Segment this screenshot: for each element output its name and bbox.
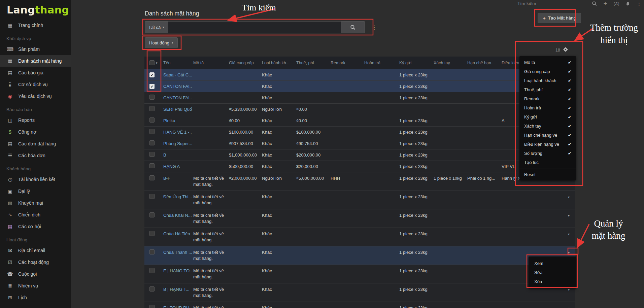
table-column-header[interactable]: Xách tay (432, 61, 466, 65)
table-row[interactable]: ✔ E | TOUR PH... Mô tả chi tiết về mặt h… (144, 302, 575, 308)
table-row[interactable]: ✔ SERI Phú Quốc ₫5,330,000.00 Người lớn … (144, 104, 575, 115)
search-icon[interactable] (592, 1, 597, 6)
sidebar-item[interactable]: ☎ Cuộc gọi (0, 268, 71, 280)
cell-name[interactable]: Sapa - Cát C... (162, 72, 192, 78)
row-checkbox[interactable]: ✔ (149, 129, 155, 134)
table-row[interactable]: ✔ B-F Mô tả chi tiết về mặt hàng. ₫2,000… (144, 172, 575, 191)
cell-name[interactable]: CANTON FAI... (162, 83, 192, 90)
table-row[interactable]: ✔ CANTON FAI... Khác 1 piece x 23kg ▾ (144, 81, 575, 92)
row-actions-caret-icon[interactable]: ▾ (568, 232, 570, 236)
sidebar-item[interactable]: ▧ Khuyến mại (0, 197, 71, 209)
column-menu-reset[interactable]: Reset (519, 169, 576, 179)
select-all-checkbox[interactable]: ✔ (149, 60, 155, 65)
sidebar-item[interactable]: ⊞ Lịch (0, 292, 71, 303)
row-checkbox[interactable]: ✔ (149, 268, 155, 273)
table-row[interactable]: ✔ Đền Ứng Thi... Mô tả chi tiết về mặt h… (144, 191, 575, 209)
row-checkbox[interactable]: ✔ (149, 194, 155, 199)
sidebar-item[interactable]: Khối dịch vụ (0, 31, 71, 43)
column-menu-item[interactable]: Hoàn trả ✔ (519, 103, 576, 112)
table-column-header[interactable]: Giá cung cấp (228, 61, 261, 65)
cell-name[interactable]: Pleiku (162, 118, 192, 124)
column-menu-item[interactable]: Ký gửi ✔ (519, 112, 576, 122)
table-row[interactable]: ✔ Chùa Thanh ... Mô tả chi tiết về mặt h… (144, 246, 575, 265)
cell-name[interactable]: HẠNG A (162, 164, 192, 170)
sidebar-item[interactable]: ☰ Các hóa đơn (0, 149, 71, 161)
search-scope-dropdown[interactable]: Tất cả ▾ (145, 21, 168, 33)
row-checkbox[interactable]: ✔ (149, 106, 155, 111)
row-checkbox[interactable]: ✔ (149, 140, 155, 145)
sidebar-item[interactable]: ⌨ Sản phẩm (0, 43, 71, 55)
sidebar-item[interactable]: ◷ Tài khoản liên kết (0, 173, 71, 185)
sidebar-item[interactable]: ▦ Trang chính (0, 19, 71, 31)
column-menu-item[interactable]: Loại hành khách ✔ (519, 76, 576, 85)
column-menu-item[interactable]: Số lượng ✔ (519, 149, 576, 158)
sidebar-item[interactable]: ▦ Danh sách mặt hàng (0, 55, 71, 67)
actions-dropdown[interactable]: Hoạt động ▾ (145, 37, 178, 48)
cell-name[interactable]: Đền Ứng Thi... (162, 191, 192, 200)
app-logo[interactable]: Langthang (0, 0, 71, 18)
column-menu-item[interactable]: Điều kiện hạng vé ✔ (519, 140, 576, 149)
cell-name[interactable]: SERI Phú Quốc (162, 106, 192, 112)
table-row[interactable]: ✔ E | HẠNG TO... Mô tả chi tiết về mặt h… (144, 265, 575, 283)
sidebar-item[interactable]: ∿ Chiến dịch (0, 209, 71, 220)
column-menu-item[interactable]: Xách tay ✔ (519, 122, 576, 131)
table-row[interactable]: ✔ HẠNG A $500,000.00 Khác $20,000.00 1 p… (144, 161, 575, 172)
cell-name[interactable]: E | HẠNG TO... (162, 265, 192, 274)
table-column-header[interactable]: Tên (162, 61, 192, 65)
table-column-header[interactable]: Loại hành kh... (261, 61, 295, 65)
gear-icon[interactable] (563, 47, 568, 53)
table-row[interactable]: ✔ HẠNG VÉ 1 - ... $100,000.00 Khác $100,… (144, 127, 575, 138)
table-column-header[interactable]: Remark (329, 61, 363, 65)
table-row[interactable]: ✔ B | HẠNG T... Mô tả chi tiết về mặt hà… (144, 283, 575, 302)
sidebar-item[interactable]: ⣿ Cơ sở dịch vụ (0, 78, 71, 90)
cell-name[interactable]: B (162, 152, 192, 158)
sidebar-item[interactable]: ▣ Đại lý (0, 185, 71, 197)
row-checkbox[interactable]: ✔ (149, 84, 155, 89)
sidebar-item[interactable]: Báo cáo bán (0, 102, 71, 114)
table-column-header[interactable]: Ký gửi (398, 61, 432, 65)
cell-name[interactable]: Chùa Thanh ... (162, 246, 192, 255)
table-row[interactable]: ✔ Chùa Khai N... Mô tả chi tiết về mặt h… (144, 209, 575, 228)
global-search[interactable]: Tìm kiếm (517, 1, 536, 6)
row-checkbox[interactable]: ✔ (149, 286, 155, 292)
row-checkbox[interactable]: ✔ (149, 249, 155, 254)
sidebar-item[interactable]: ◫ Reports (0, 114, 71, 126)
sidebar-item[interactable]: Hoạt động (0, 232, 71, 244)
table-row[interactable]: ✔ Phòng Super... ₫907,534.00 Khác ₫90,75… (144, 138, 575, 149)
sidebar-item[interactable]: ▤ Các báo giá (0, 67, 71, 78)
column-menu-item[interactable]: Thuế, phí ✔ (519, 85, 576, 94)
kebab-icon[interactable]: ⋮ (637, 1, 642, 7)
row-actions-caret-icon[interactable]: ▾ (568, 251, 570, 254)
search-input[interactable] (168, 21, 341, 33)
row-actions-menu-item[interactable]: Xóa (529, 277, 576, 286)
row-actions-caret-icon[interactable]: ▾ (568, 214, 570, 217)
row-actions-caret-icon[interactable]: ▾ (568, 195, 570, 199)
table-row[interactable]: ✔ Pleiku ₫0.00 Khác ₫0.00 1 piece x 23kg… (144, 115, 575, 127)
column-menu-item[interactable]: Remark ✔ (519, 94, 576, 103)
sidebar-item[interactable]: $ Công nợ (0, 126, 71, 138)
row-actions-caret-icon[interactable]: ▾ (568, 306, 570, 308)
row-checkbox[interactable]: ✔ (149, 212, 155, 217)
row-checkbox[interactable]: ✔ (149, 163, 155, 168)
bell-icon[interactable] (625, 1, 630, 6)
row-checkbox[interactable]: ✔ (149, 95, 155, 100)
column-menu-item[interactable]: Giá cung cấp ✔ (519, 67, 576, 76)
cell-name[interactable]: Chùa Hà Tiên (162, 228, 192, 237)
column-menu-item[interactable]: Tạo lúc ✔ (519, 158, 576, 167)
search-submit-button[interactable] (341, 21, 365, 33)
broadcast-icon[interactable]: ('A') (614, 2, 619, 6)
sidebar-item[interactable]: ☑ Các hoạt động (0, 256, 71, 268)
sidebar-item[interactable]: ▤ Các đơn đặt hàng (0, 138, 71, 149)
create-item-button[interactable]: + Tạo Mặt hàng (538, 13, 581, 23)
chevron-down-icon[interactable]: ▾ (156, 61, 158, 65)
sidebar-item[interactable]: ▤ Các cơ hội (0, 220, 71, 232)
table-row[interactable]: ✔ Sapa - Cát C... Khác 1 piece x 23kg ▾ (144, 69, 575, 81)
row-actions-menu-item[interactable]: Xem (529, 259, 576, 268)
cell-name[interactable]: E | TOUR PH... (162, 302, 192, 308)
table-column-header[interactable]: Hoàn trả (363, 61, 398, 65)
table-column-header[interactable]: Hạn chế hạn... (466, 61, 500, 65)
table-column-header[interactable]: Thuế, phí (295, 61, 329, 65)
sidebar-item[interactable]: ✉ Địa chỉ email (0, 244, 71, 256)
cell-name[interactable]: B-F (162, 172, 192, 181)
table-row[interactable]: ✔ CANTON FAI... Khác 1 piece x 23kg ▾ (144, 92, 575, 104)
